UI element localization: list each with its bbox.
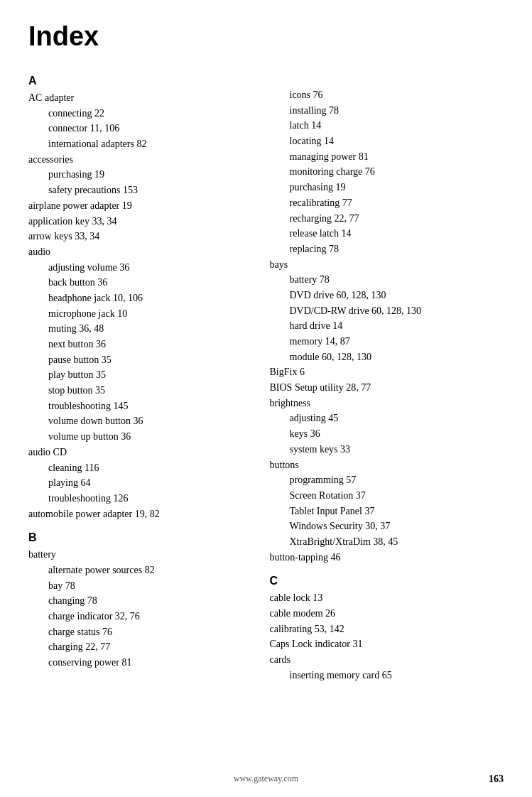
list-item: BigFix 6 (270, 364, 504, 380)
list-item: audio CD cleaning 116 playing 64 trouble… (28, 445, 263, 506)
list-item: cable modem 26 (270, 606, 504, 622)
list-item: airplane power adapter 19 (28, 198, 263, 214)
list-item: bays battery 78 DVD drive 60, 128, 130 D… (270, 257, 504, 365)
list-item: AC adapter connecting 22 connector 11, 1… (28, 90, 263, 152)
section-b: B battery alternate power sources 82 bay… (28, 531, 263, 671)
list-item: calibrating 53, 142 (270, 622, 504, 637)
list-item: brightness adjusting 45 keys 36 system k… (270, 396, 504, 457)
list-item: BIOS Setup utility 28, 77 (270, 380, 504, 396)
letter-a: A (28, 75, 263, 87)
list-item: arrow keys 33, 34 (28, 229, 263, 244)
list-item: Caps Lock indicator 31 (270, 636, 504, 652)
letter-c: C (270, 575, 504, 587)
index-columns: A AC adapter connecting 22 connector 11,… (28, 65, 504, 683)
list-item: cable lock 13 (270, 590, 504, 606)
section-c: C cable lock 13 cable modem 26 calibrati… (270, 575, 504, 683)
letter-b: B (28, 531, 263, 544)
list-item: cards inserting memory card 65 (270, 652, 504, 683)
list-item: button-tapping 46 (270, 550, 504, 565)
left-column: A AC adapter connecting 22 connector 11,… (28, 65, 270, 683)
list-item: buttons programming 57 Screen Rotation 3… (270, 457, 504, 550)
list-item: accessories purchasing 19 safety precaut… (28, 152, 263, 198)
list-item: icons 76 installing 78 latch 14 locating… (270, 87, 504, 257)
right-column: icons 76 installing 78 latch 14 locating… (270, 65, 504, 683)
footer-url: www.gateway.com (234, 774, 298, 784)
battery-continued: icons 76 installing 78 latch 14 locating… (270, 87, 504, 565)
page-footer: www.gateway.com 163 (0, 774, 532, 784)
list-item: audio adjusting volume 36 back button 36… (28, 244, 263, 445)
list-item: automobile power adapter 19, 82 (28, 506, 263, 522)
list-item: application key 33, 34 (28, 214, 263, 229)
page-title: Index (28, 21, 504, 52)
section-a: A AC adapter connecting 22 connector 11,… (28, 75, 263, 521)
list-item: battery alternate power sources 82 bay 7… (28, 547, 263, 671)
page-number: 163 (489, 774, 504, 785)
